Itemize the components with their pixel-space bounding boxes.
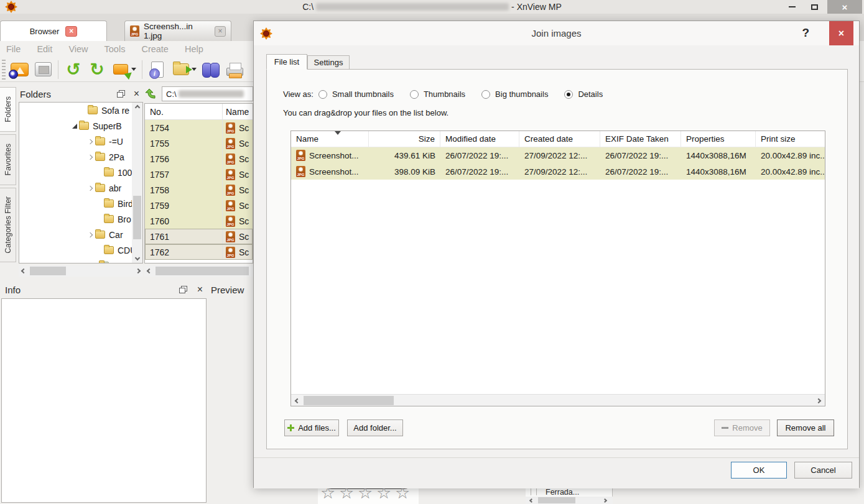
folder-tree-item[interactable]: 2Pa [19, 149, 142, 165]
file-row[interactable]: 1754JPGSc [145, 120, 253, 135]
file-row[interactable]: 1755JPGSc [145, 135, 253, 151]
file-row-selected[interactable]: 1761JPGSc [145, 229, 253, 244]
folder-tree-item[interactable]: -=U [19, 134, 142, 149]
file-info-button[interactable] [146, 58, 169, 81]
column-header-exif-date-taken[interactable]: EXIF Date Taken [600, 131, 681, 147]
open-folder-button[interactable] [169, 58, 193, 81]
background-horizontal-scrollbar[interactable] [526, 497, 613, 504]
address-bar-input[interactable]: C:\ [162, 86, 253, 101]
menu-file[interactable]: File [6, 44, 21, 54]
file-row-selected[interactable]: 1762JPGSc [145, 244, 253, 260]
file-row[interactable]: 1759JPGSc [145, 198, 253, 213]
sidebar-tab-favorites[interactable]: Favorites [0, 134, 16, 185]
folder-tree-item[interactable]: 100 [19, 165, 142, 180]
column-header-modified-date[interactable]: Modified date [440, 131, 519, 147]
tab-browser[interactable]: Browser × [0, 21, 107, 41]
scroll-up-button[interactable] [132, 103, 142, 112]
folder-tree-item[interactable]: Sofa re [19, 103, 142, 118]
radio-small-thumbnails[interactable] [318, 90, 327, 99]
help-button[interactable]: ? [802, 26, 809, 40]
remove-button[interactable]: Remove [714, 419, 770, 436]
scroll-right-button[interactable] [814, 395, 824, 406]
menu-help[interactable]: Help [185, 44, 203, 54]
add-files-button[interactable]: Add files... [284, 419, 339, 436]
table-row[interactable]: JPGScreenshot... 439.61 KiB 26/07/2022 1… [291, 147, 825, 163]
undock-panel-icon[interactable] [117, 90, 125, 98]
scroll-right-button[interactable] [600, 497, 609, 504]
print-button[interactable] [223, 58, 246, 81]
folder-tree-item[interactable]: abr [19, 180, 142, 196]
ok-button[interactable]: OK [731, 462, 787, 479]
toolbar-drag-handle[interactable] [2, 60, 6, 80]
radio-big-thumbnails[interactable] [481, 90, 490, 99]
scroll-left-button[interactable] [292, 395, 302, 406]
maximize-button[interactable] [805, 0, 824, 14]
close-panel-icon[interactable]: × [197, 285, 203, 295]
column-header-print-size[interactable]: Print size [756, 131, 825, 147]
undock-panel-icon[interactable] [179, 286, 187, 293]
sidebar-tab-categories-filter[interactable]: Categories Filter [0, 188, 16, 262]
column-no[interactable]: No. [145, 107, 222, 117]
radio-thumbnails[interactable] [410, 90, 419, 99]
folder-tree-item[interactable]: Car [19, 227, 142, 242]
scroll-left-button[interactable] [19, 265, 29, 277]
star-icon[interactable]: ☆ [395, 488, 410, 503]
expander-closed-icon[interactable] [86, 233, 95, 237]
table-row[interactable]: JPGScreenshot... 398.09 KiB 26/07/2022 1… [291, 163, 825, 180]
expander-closed-icon[interactable] [86, 186, 95, 190]
remove-all-button[interactable]: Remove all [777, 419, 834, 436]
menu-view[interactable]: View [68, 44, 88, 54]
sidebar-tab-folders[interactable]: Folders [0, 87, 16, 132]
menu-edit[interactable]: Edit [37, 44, 52, 54]
expander-closed-icon[interactable] [86, 140, 95, 144]
rotate-left-button[interactable]: ↺ [62, 58, 85, 81]
folder-tree-item[interactable]: Bird [19, 196, 142, 211]
column-header-name[interactable]: Name [291, 131, 369, 147]
add-folder-button[interactable]: Add folder... [347, 419, 403, 436]
folder-tree-item[interactable]: CDU [19, 242, 142, 258]
fullscreen-button[interactable] [31, 58, 55, 81]
scrollbar-thumb[interactable] [156, 267, 249, 275]
folders-horizontal-scrollbar[interactable] [19, 265, 143, 277]
column-name[interactable]: Name [222, 104, 249, 119]
search-button[interactable] [199, 58, 223, 81]
expander-open-icon[interactable] [70, 124, 79, 129]
tab-close-button[interactable]: × [215, 26, 226, 37]
file-row[interactable]: 1760JPGSc [145, 213, 253, 229]
scrollbar-thumb[interactable] [30, 267, 66, 275]
column-header-created-date[interactable]: Created date [519, 131, 600, 147]
expander-closed-icon[interactable] [86, 155, 95, 159]
table-horizontal-scrollbar[interactable] [291, 394, 825, 406]
column-header-properties[interactable]: Properties [681, 131, 756, 147]
menu-tools[interactable]: Tools [105, 44, 126, 54]
column-header-size[interactable]: Size [369, 131, 440, 147]
browser-horizontal-scrollbar[interactable] [144, 265, 253, 277]
close-panel-icon[interactable]: × [134, 89, 139, 99]
scroll-right-button[interactable] [133, 265, 143, 277]
file-row[interactable]: 1756JPGSc [145, 151, 253, 167]
view-image-button[interactable] [7, 58, 31, 81]
star-icon[interactable]: ☆ [339, 488, 354, 503]
file-row[interactable]: 1758JPGSc [145, 182, 253, 198]
scroll-down-button[interactable] [132, 253, 142, 263]
minimize-button[interactable] [783, 0, 801, 14]
star-icon[interactable]: ☆ [358, 488, 373, 503]
convert-button[interactable] [109, 58, 132, 81]
close-window-button[interactable]: × [827, 0, 862, 14]
star-icon[interactable]: ☆ [376, 488, 391, 503]
close-dialog-button[interactable]: × [829, 21, 853, 45]
rotate-right-button[interactable]: ↻ [85, 58, 109, 81]
folder-tree-item-clipped[interactable] [19, 258, 142, 263]
folder-tree-item[interactable]: SuperB [19, 118, 142, 134]
file-row[interactable]: 1757JPGSc [145, 167, 253, 182]
tab-close-button[interactable]: × [65, 26, 77, 37]
tab-file-list[interactable]: File list [266, 54, 307, 70]
radio-details[interactable] [564, 90, 573, 99]
scrollbar-thumb[interactable] [133, 196, 141, 239]
cancel-button[interactable]: Cancel [794, 462, 852, 479]
scrollbar-thumb[interactable] [304, 396, 394, 405]
tab-settings[interactable]: Settings [307, 55, 350, 70]
folders-vertical-scrollbar[interactable] [132, 103, 142, 263]
folder-tree-item[interactable]: Bro [19, 211, 142, 227]
scrollbar-thumb[interactable] [538, 497, 575, 503]
